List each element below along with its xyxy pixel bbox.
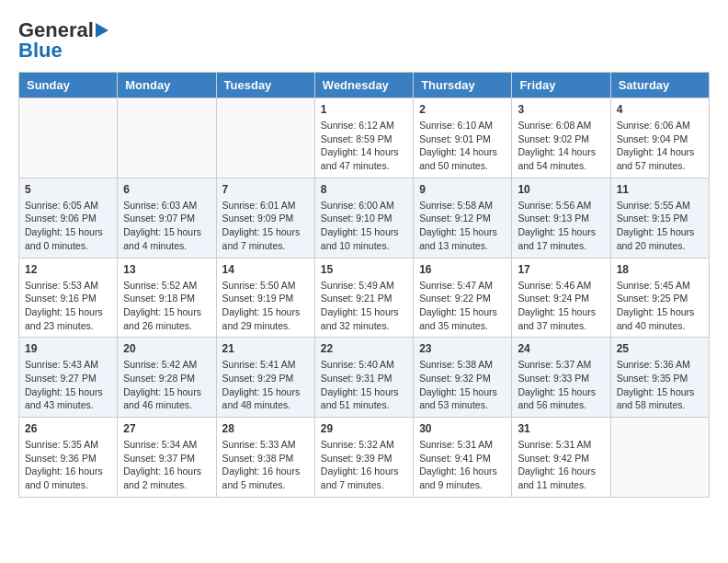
cell-day-number: 13 xyxy=(123,263,210,276)
weekday-header: Thursday xyxy=(414,73,512,98)
cell-day-number: 3 xyxy=(518,103,604,116)
cell-info: Sunrise: 5:38 AM Sunset: 9:32 PM Dayligh… xyxy=(419,358,506,412)
cell-day-number: 22 xyxy=(321,342,407,355)
cell-info: Sunrise: 6:03 AM Sunset: 9:07 PM Dayligh… xyxy=(123,199,210,253)
calendar-cell: 11Sunrise: 5:55 AM Sunset: 9:15 PM Dayli… xyxy=(610,178,709,258)
calendar-cell: 16Sunrise: 5:47 AM Sunset: 9:22 PM Dayli… xyxy=(414,258,512,338)
calendar-cell: 13Sunrise: 5:52 AM Sunset: 9:18 PM Dayli… xyxy=(118,258,216,338)
calendar-cell xyxy=(19,98,118,178)
calendar-cell: 19Sunrise: 5:43 AM Sunset: 9:27 PM Dayli… xyxy=(19,338,118,418)
weekday-header: Wednesday xyxy=(314,73,413,98)
calendar-cell: 26Sunrise: 5:35 AM Sunset: 9:36 PM Dayli… xyxy=(19,418,118,498)
calendar-week-row: 26Sunrise: 5:35 AM Sunset: 9:36 PM Dayli… xyxy=(19,418,710,498)
calendar-cell: 22Sunrise: 5:40 AM Sunset: 9:31 PM Dayli… xyxy=(314,338,413,418)
cell-info: Sunrise: 6:08 AM Sunset: 9:02 PM Dayligh… xyxy=(518,119,604,173)
calendar-cell: 23Sunrise: 5:38 AM Sunset: 9:32 PM Dayli… xyxy=(414,338,512,418)
cell-day-number: 10 xyxy=(518,183,604,196)
cell-info: Sunrise: 5:42 AM Sunset: 9:28 PM Dayligh… xyxy=(123,358,210,412)
cell-info: Sunrise: 5:56 AM Sunset: 9:13 PM Dayligh… xyxy=(518,199,604,253)
cell-info: Sunrise: 5:43 AM Sunset: 9:27 PM Dayligh… xyxy=(25,358,111,412)
calendar-cell: 10Sunrise: 5:56 AM Sunset: 9:13 PM Dayli… xyxy=(512,178,610,258)
calendar-cell: 8Sunrise: 6:00 AM Sunset: 9:10 PM Daylig… xyxy=(314,178,413,258)
calendar-cell xyxy=(216,98,314,178)
calendar-cell: 29Sunrise: 5:32 AM Sunset: 9:39 PM Dayli… xyxy=(314,418,413,498)
cell-day-number: 29 xyxy=(321,422,407,435)
cell-day-number: 28 xyxy=(222,422,309,435)
cell-info: Sunrise: 5:49 AM Sunset: 9:21 PM Dayligh… xyxy=(321,279,407,333)
cell-day-number: 1 xyxy=(321,103,407,116)
cell-day-number: 19 xyxy=(25,342,111,355)
cell-day-number: 18 xyxy=(617,263,703,276)
cell-day-number: 14 xyxy=(222,263,309,276)
calendar-cell: 17Sunrise: 5:46 AM Sunset: 9:24 PM Dayli… xyxy=(512,258,610,338)
calendar-cell: 3Sunrise: 6:08 AM Sunset: 9:02 PM Daylig… xyxy=(512,98,610,178)
cell-info: Sunrise: 5:45 AM Sunset: 9:25 PM Dayligh… xyxy=(617,279,703,333)
logo-blue: Blue xyxy=(18,39,63,63)
cell-info: Sunrise: 5:33 AM Sunset: 9:38 PM Dayligh… xyxy=(222,438,309,492)
cell-info: Sunrise: 5:36 AM Sunset: 9:35 PM Dayligh… xyxy=(617,358,703,412)
cell-day-number: 23 xyxy=(419,342,506,355)
calendar-cell: 27Sunrise: 5:34 AM Sunset: 9:37 PM Dayli… xyxy=(118,418,216,498)
calendar-week-row: 1Sunrise: 6:12 AM Sunset: 8:59 PM Daylig… xyxy=(19,98,710,178)
cell-day-number: 24 xyxy=(518,342,604,355)
cell-info: Sunrise: 5:55 AM Sunset: 9:15 PM Dayligh… xyxy=(617,199,703,253)
cell-day-number: 20 xyxy=(123,342,210,355)
cell-info: Sunrise: 5:53 AM Sunset: 9:16 PM Dayligh… xyxy=(25,279,111,333)
page-header: General Blue xyxy=(18,18,710,63)
cell-day-number: 25 xyxy=(617,342,703,355)
weekday-header: Sunday xyxy=(19,73,118,98)
cell-day-number: 16 xyxy=(419,263,506,276)
cell-info: Sunrise: 6:06 AM Sunset: 9:04 PM Dayligh… xyxy=(617,119,703,173)
calendar-cell: 15Sunrise: 5:49 AM Sunset: 9:21 PM Dayli… xyxy=(314,258,413,338)
calendar-table: SundayMondayTuesdayWednesdayThursdayFrid… xyxy=(18,72,710,498)
cell-info: Sunrise: 5:34 AM Sunset: 9:37 PM Dayligh… xyxy=(123,438,210,492)
cell-day-number: 6 xyxy=(123,183,210,196)
weekday-header: Tuesday xyxy=(216,73,314,98)
calendar-cell: 2Sunrise: 6:10 AM Sunset: 9:01 PM Daylig… xyxy=(414,98,512,178)
cell-info: Sunrise: 5:40 AM Sunset: 9:31 PM Dayligh… xyxy=(321,358,407,412)
cell-day-number: 26 xyxy=(25,422,111,435)
cell-day-number: 9 xyxy=(419,183,506,196)
calendar-cell: 28Sunrise: 5:33 AM Sunset: 9:38 PM Dayli… xyxy=(216,418,314,498)
logo: General Blue xyxy=(18,18,108,63)
cell-day-number: 4 xyxy=(617,103,703,116)
cell-day-number: 8 xyxy=(321,183,407,196)
cell-info: Sunrise: 5:35 AM Sunset: 9:36 PM Dayligh… xyxy=(25,438,111,492)
weekday-header: Friday xyxy=(512,73,610,98)
cell-info: Sunrise: 5:32 AM Sunset: 9:39 PM Dayligh… xyxy=(321,438,407,492)
cell-info: Sunrise: 5:41 AM Sunset: 9:29 PM Dayligh… xyxy=(222,358,309,412)
calendar-week-row: 19Sunrise: 5:43 AM Sunset: 9:27 PM Dayli… xyxy=(19,338,710,418)
calendar-cell: 30Sunrise: 5:31 AM Sunset: 9:41 PM Dayli… xyxy=(414,418,512,498)
calendar-cell: 24Sunrise: 5:37 AM Sunset: 9:33 PM Dayli… xyxy=(512,338,610,418)
cell-info: Sunrise: 6:10 AM Sunset: 9:01 PM Dayligh… xyxy=(419,119,506,173)
cell-day-number: 30 xyxy=(419,422,506,435)
cell-day-number: 31 xyxy=(518,422,604,435)
cell-info: Sunrise: 6:12 AM Sunset: 8:59 PM Dayligh… xyxy=(321,119,407,173)
calendar-cell xyxy=(118,98,216,178)
calendar-cell xyxy=(610,418,709,498)
cell-info: Sunrise: 5:50 AM Sunset: 9:19 PM Dayligh… xyxy=(222,279,309,333)
calendar-cell: 4Sunrise: 6:06 AM Sunset: 9:04 PM Daylig… xyxy=(610,98,709,178)
calendar-cell: 7Sunrise: 6:01 AM Sunset: 9:09 PM Daylig… xyxy=(216,178,314,258)
calendar-cell: 12Sunrise: 5:53 AM Sunset: 9:16 PM Dayli… xyxy=(19,258,118,338)
calendar-cell: 5Sunrise: 6:05 AM Sunset: 9:06 PM Daylig… xyxy=(19,178,118,258)
calendar-cell: 25Sunrise: 5:36 AM Sunset: 9:35 PM Dayli… xyxy=(610,338,709,418)
calendar-cell: 9Sunrise: 5:58 AM Sunset: 9:12 PM Daylig… xyxy=(414,178,512,258)
cell-info: Sunrise: 6:05 AM Sunset: 9:06 PM Dayligh… xyxy=(25,199,111,253)
cell-day-number: 27 xyxy=(123,422,210,435)
cell-info: Sunrise: 6:00 AM Sunset: 9:10 PM Dayligh… xyxy=(321,199,407,253)
cell-day-number: 2 xyxy=(419,103,506,116)
calendar-cell: 20Sunrise: 5:42 AM Sunset: 9:28 PM Dayli… xyxy=(118,338,216,418)
calendar-cell: 18Sunrise: 5:45 AM Sunset: 9:25 PM Dayli… xyxy=(610,258,709,338)
calendar-week-row: 5Sunrise: 6:05 AM Sunset: 9:06 PM Daylig… xyxy=(19,178,710,258)
cell-day-number: 7 xyxy=(222,183,309,196)
cell-info: Sunrise: 5:46 AM Sunset: 9:24 PM Dayligh… xyxy=(518,279,604,333)
calendar-week-row: 12Sunrise: 5:53 AM Sunset: 9:16 PM Dayli… xyxy=(19,258,710,338)
calendar-header-row: SundayMondayTuesdayWednesdayThursdayFrid… xyxy=(19,73,710,98)
weekday-header: Saturday xyxy=(610,73,709,98)
cell-day-number: 12 xyxy=(25,263,111,276)
cell-info: Sunrise: 5:47 AM Sunset: 9:22 PM Dayligh… xyxy=(419,279,506,333)
cell-day-number: 17 xyxy=(518,263,604,276)
calendar-cell: 31Sunrise: 5:31 AM Sunset: 9:42 PM Dayli… xyxy=(512,418,610,498)
cell-day-number: 15 xyxy=(321,263,407,276)
